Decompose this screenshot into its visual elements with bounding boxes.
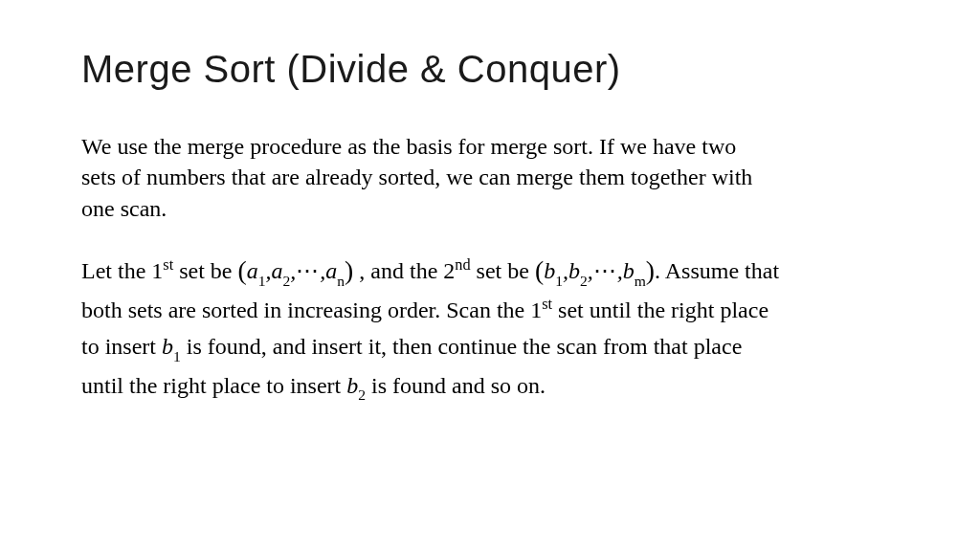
slide-title: Merge Sort (Divide & Conquer) — [81, 48, 899, 91]
math-set-b: (b1,b2,⋯,bm) — [535, 258, 655, 283]
paren-close: ) — [345, 255, 353, 285]
var: b — [623, 258, 635, 283]
var: a — [325, 258, 337, 283]
subscript: 1 — [555, 273, 563, 289]
dots: ⋯ — [593, 258, 617, 283]
var: b — [162, 334, 173, 359]
math-set-a: (a1,a2,⋯,an) — [238, 258, 354, 283]
subscript: 1 — [173, 348, 181, 364]
math-b2: b2 — [346, 373, 366, 398]
subscript: n — [337, 273, 345, 289]
var: b — [346, 373, 358, 398]
paragraph-body: Let the 1st set be (a1,a2,⋯,an) , and th… — [81, 249, 780, 407]
math-b1: b1 — [162, 334, 181, 359]
var: a — [247, 258, 258, 283]
paragraph-intro: We use the merge procedure as the basis … — [81, 131, 770, 224]
ordinal: st — [542, 295, 552, 313]
var: a — [272, 258, 283, 283]
subscript: m — [635, 273, 646, 289]
ordinal: nd — [455, 255, 470, 274]
subscript: 2 — [283, 273, 291, 289]
ordinal: st — [163, 255, 173, 274]
slide-content: Merge Sort (Divide & Conquer) We use the… — [0, 0, 980, 445]
dots: ⋯ — [296, 258, 320, 283]
paren-open: ( — [238, 255, 247, 285]
text: , and the 2 — [353, 258, 455, 283]
paren-close: ) — [646, 255, 655, 285]
var: b — [568, 258, 580, 283]
text: Let the 1 — [81, 258, 163, 283]
subscript: 2 — [580, 273, 588, 289]
subscript: 1 — [258, 273, 266, 289]
paren-open: ( — [535, 255, 544, 285]
subscript: 2 — [358, 386, 366, 403]
text: set be — [173, 258, 237, 283]
text: set be — [471, 258, 535, 283]
text: is found and so on. — [366, 373, 546, 398]
var: b — [544, 258, 555, 283]
